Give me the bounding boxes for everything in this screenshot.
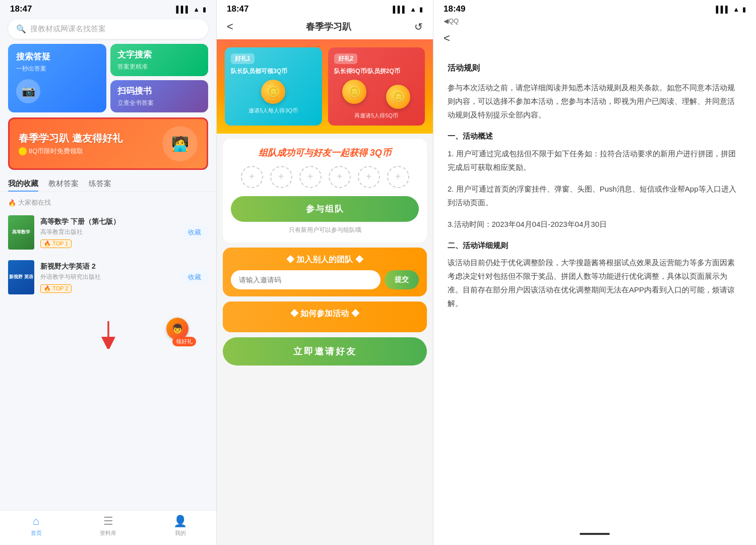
wifi-icon-3: ▲ (733, 6, 739, 13)
invite-code-input[interactable] (231, 270, 381, 289)
gift-card-2: 好礼2 队长得5Q币/队员拼2Q币 🪙 🪙 再邀请5人得5Q币 (328, 47, 425, 126)
rules-rule3: 3.活动时间：2023年04月04日-2023年04月30日 (448, 217, 742, 231)
team-slot-2: + (270, 166, 292, 188)
how-title: ◆ 如何参加活动 ◆ (231, 309, 419, 319)
search-answer-title: 搜索答疑 (16, 51, 98, 63)
team-slots: + + + + + + (231, 166, 419, 188)
gift-card-1: 好礼1 队长队员都可领3Q币 🪙 邀请5人每人得3Q币 (225, 47, 322, 126)
search-answer-subtitle: 一秒出答案 (16, 65, 98, 73)
camera-icon: 📷 (16, 79, 40, 103)
tab-textbook-answers[interactable]: 教材答案 (48, 175, 79, 192)
book-item-2[interactable]: 新视野 英语 新视野大学英语 2 外语教学与研究出版社 🔥 TOP 2 收藏 (8, 255, 208, 300)
scan-book-subtitle: 立查全书答案 (117, 99, 202, 107)
text-search-subtitle: 答案更精准 (117, 63, 202, 71)
submit-invite-button[interactable]: 提交 (385, 270, 419, 289)
battery-icon-3: ▮ (742, 6, 746, 13)
rules-rule1: 1. 用户可通过完成包括但不限于如下任务如：拉符合活动要求的新用户进行拼团，拼团… (448, 147, 742, 174)
activity-header: < 春季学习趴 ↺ (217, 16, 433, 39)
rules-header: < (433, 28, 756, 51)
fire-small-icon-2: 🔥 (44, 285, 51, 292)
book-item-1[interactable]: 高等数学 高等数学 下册（第七版） 高等教育出版社 🔥 TOP 1 收藏 (8, 210, 208, 255)
team-slot-5: + (358, 166, 380, 188)
rules-intro: 参与本次活动之前，请您详细阅读并知悉本活动规则及相关条款。如您不同意本活动规则内… (448, 81, 742, 122)
signal-icon-2: ▌▌▌ (393, 6, 407, 13)
rules-rule2: 2. 用户可通过首页的浮窗挂件、弹窗、头图、Push消息、短信或作业帮App等入… (448, 182, 742, 209)
time-home: 18:47 (10, 4, 32, 14)
how-section: ◆ 如何参加活动 ◆ (223, 301, 427, 332)
status-bar-home: 18:47 ▌▌▌ ▲ ▮ (0, 0, 216, 16)
bottom-nav: ⌂ 首页 ☰ 资料库 👤 我的 (0, 510, 216, 545)
battery-icon-2: ▮ (419, 6, 423, 13)
gift-badge-2: 好礼2 (334, 53, 358, 64)
scan-book-title: 扫码搜书 (117, 85, 202, 97)
search-placeholder: 搜教材或网课名找答案 (30, 24, 106, 34)
nav-library[interactable]: ☰ 资料库 (72, 515, 144, 537)
home-nav-icon: ⌂ (33, 515, 39, 528)
status-bar-activity: 18:47 ▌▌▌ ▲ ▮ (217, 0, 433, 16)
back-button-rules[interactable]: < (444, 32, 450, 44)
banner-character: 🧑‍💻 (162, 126, 198, 161)
book-publisher-2: 外语教学与研究出版社 (40, 273, 175, 281)
nav-profile[interactable]: 👤 我的 (144, 515, 216, 537)
team-slot-4: + (329, 166, 351, 188)
gift-badge-1: 好礼1 (231, 53, 255, 64)
coin-image-2b: 🪙 (386, 85, 410, 109)
team-section: 组队成功可与好友一起获得 3Q币 + + + + + + 参与组队 只有新用户可… (223, 139, 427, 243)
top-badge-2: 🔥 TOP 2 (40, 284, 72, 293)
book-publisher-1: 高等教育出版社 (40, 228, 175, 236)
spring-activity-banner[interactable]: 春季学习趴 邀友得好礼 8Q币限时免费领取 🧑‍💻 (8, 117, 208, 170)
panel-activity: 18:47 ▌▌▌ ▲ ▮ < 春季学习趴 ↺ 好礼1 队长队员都可领3Q币 🪙… (217, 0, 433, 545)
activity-main-content: 组队成功可与好友一起获得 3Q币 + + + + + + 参与组队 只有新用户可… (217, 134, 433, 545)
search-bar[interactable]: 🔍 搜教材或网课名找答案 (8, 19, 208, 39)
refresh-button[interactable]: ↺ (414, 21, 423, 33)
library-nav-icon: ☰ (103, 515, 113, 528)
status-bar-rules: 18:49 ▌▌▌ ▲ ▮ (433, 0, 756, 16)
nav-home[interactable]: ⌂ 首页 (0, 515, 72, 537)
gifts-row: 好礼1 队长队员都可领3Q币 🪙 邀请5人每人得3Q币 好礼2 队长得5Q币/队… (225, 47, 425, 126)
tab-my-collection[interactable]: 我的收藏 (8, 175, 38, 192)
coin-image-2a: 🪙 (342, 80, 366, 104)
scroll-indicator (580, 533, 610, 535)
text-search-card[interactable]: 文字搜索 答案更精准 (110, 44, 209, 76)
status-icons-activity: ▌▌▌ ▲ ▮ (393, 6, 423, 13)
gift-desc-2: 队长得5Q币/队员拼2Q币 (334, 67, 419, 76)
status-icons-rules: ▌▌▌ ▲ ▮ (716, 6, 746, 13)
search-answer-card[interactable]: 搜索答疑 一秒出答案 📷 (8, 44, 106, 112)
join-other-section: ◆ 加入别人的团队 ◆ 提交 (223, 248, 427, 296)
nav-home-label: 首页 (31, 529, 42, 537)
gift-badge-floating: 领好礼 (172, 337, 196, 346)
qq-badge-row: ◀QQ (433, 16, 756, 28)
scan-book-card[interactable]: 扫码搜书 立查全书答案 (110, 80, 209, 112)
invite-input-row: 提交 (231, 270, 419, 289)
team-slot-1: + (241, 166, 263, 188)
banner-subtitle: 8Q币限时免费领取 (19, 147, 122, 156)
book-cover-1: 高等数学 (8, 215, 34, 250)
tab-practice-answers[interactable]: 练答案 (89, 175, 111, 192)
popular-label: 大家都在找 (18, 198, 51, 207)
rules-content: 活动规则 参与本次活动之前，请您详细阅读并知悉本活动规则及相关条款。如您不同意本… (433, 51, 756, 545)
popular-tag: 🔥 大家都在找 (0, 196, 216, 210)
wifi-icon: ▲ (193, 6, 200, 13)
signal-icon: ▌▌▌ (176, 6, 190, 13)
panel-home: 18:47 ▌▌▌ ▲ ▮ 🔍 搜教材或网课名找答案 搜索答疑 一秒出答案 📷 … (0, 0, 217, 545)
battery-icon: ▮ (203, 6, 206, 13)
collect-btn-2[interactable]: 收藏 (181, 270, 208, 284)
collect-btn-1[interactable]: 收藏 (181, 225, 208, 239)
banner-title: 春季学习趴 邀友得好礼 (19, 132, 122, 145)
fire-icon: 🔥 (8, 199, 16, 207)
join-team-button[interactable]: 参与组队 (231, 196, 419, 222)
panel-rules: 18:49 ▌▌▌ ▲ ▮ ◀QQ < 活动规则 参与本次活动之前，请您详细阅读… (433, 0, 756, 545)
time-rules: 18:49 (444, 4, 465, 14)
back-button-activity[interactable]: < (227, 20, 243, 33)
team-slot-6: + (387, 166, 409, 188)
team-note: 只有新用户可以参与组队哦 (231, 226, 419, 234)
fire-small-icon: 🔥 (44, 240, 51, 247)
status-icons-home: ▌▌▌ ▲ ▮ (176, 6, 206, 13)
invite-friends-button[interactable]: 立即邀请好友 (223, 337, 427, 366)
rules-detail: 该活动目前仍处于优化调整阶段，大学搜题酱将根据试点效果及运营能力等多方面因素考虑… (448, 256, 742, 310)
book-info-1: 高等数学 下册（第七版） 高等教育出版社 🔥 TOP 1 (40, 217, 175, 248)
activity-title: 春季学习趴 (306, 21, 351, 33)
book-list: 高等数学 高等数学 下册（第七版） 高等教育出版社 🔥 TOP 1 收藏 新视野… (0, 210, 216, 300)
quick-actions: 搜索答疑 一秒出答案 📷 文字搜索 答案更精准 扫码搜书 立查全书答案 (8, 44, 208, 112)
coin-image-1: 🪙 (261, 80, 285, 104)
